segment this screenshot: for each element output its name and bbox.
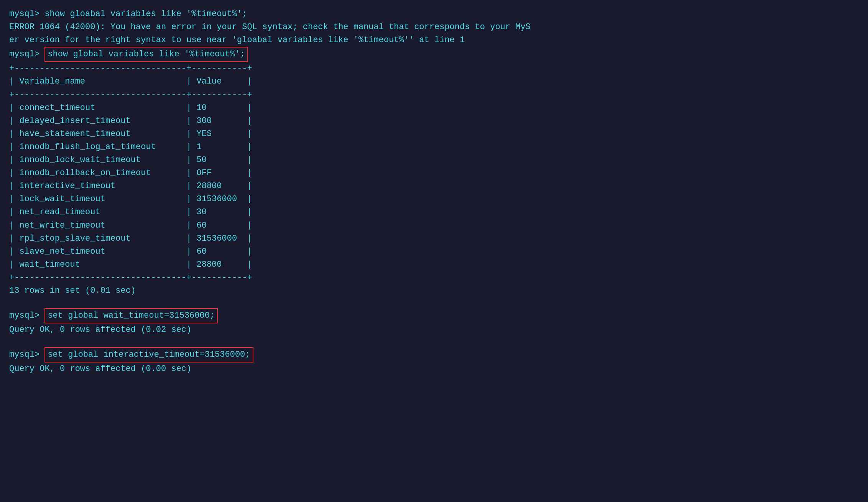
table-sep-3: +----------------------------------+----… <box>9 271 859 284</box>
table-row-rpl: | rpl_stop_slave_timeout | 31536000 | <box>9 232 859 245</box>
table-row-innodb-lock: | innodb_lock_wait_timeout | 50 | <box>9 154 859 167</box>
prompt-3: mysql> <box>9 309 44 322</box>
table-row-connect: | connect_timeout | 10 | <box>9 102 859 115</box>
table-row-net-read: | net_read_timeout | 30 | <box>9 206 859 219</box>
corrected-command-text: show global variables like '%timeout%'; <box>44 47 248 62</box>
table-row-lock-wait: | lock_wait_timeout | 31536000 | <box>9 193 859 206</box>
table-sep-2: +----------------------------------+----… <box>9 89 859 102</box>
prompt-2: mysql> <box>9 48 44 61</box>
table-header: | Variable_name | Value | <box>9 75 859 88</box>
set-wait-timeout-command: set global wait_timeout=31536000; <box>44 308 218 323</box>
spacer-1 <box>9 297 859 308</box>
table-row-innodb-flush: | innodb_flush_log_at_timeout | 1 | <box>9 141 859 154</box>
set-interactive-timeout-command: set global interactive_timeout=31536000; <box>44 347 253 363</box>
table-row-wait: | wait_timeout | 28800 | <box>9 258 859 271</box>
terminal: mysql> show gloabal variables like '%tim… <box>9 8 859 376</box>
row-count-result: 13 rows in set (0.01 sec) <box>9 284 859 297</box>
error-command-text: show gloabal variables like '%timeout%'; <box>44 8 247 21</box>
set-wait-timeout-line: mysql> set global wait_timeout=31536000; <box>9 308 859 323</box>
table-row-innodb-rollback: | innodb_rollback_on_timeout | OFF | <box>9 167 859 180</box>
error-line-2: er version for the right syntax to use n… <box>9 34 859 47</box>
table-row-have: | have_statement_timeout | YES | <box>9 128 859 141</box>
error-command-line: mysql> show gloabal variables like '%tim… <box>9 8 859 21</box>
table-row-interactive: | interactive_timeout | 28800 | <box>9 180 859 193</box>
error-message-1: ERROR 1064 (42000): You have an error in… <box>9 21 531 34</box>
prompt: mysql> <box>9 8 44 21</box>
error-message-2: er version for the right syntax to use n… <box>9 34 465 47</box>
corrected-command-line: mysql> show global variables like '%time… <box>9 47 859 62</box>
error-line-1: ERROR 1064 (42000): You have an error in… <box>9 21 859 34</box>
table-row-slave-net: | slave_net_timeout | 60 | <box>9 245 859 258</box>
table-row-net-write: | net_write_timeout | 60 | <box>9 219 859 232</box>
set-interactive-timeout-line: mysql> set global interactive_timeout=31… <box>9 347 859 363</box>
spacer-2 <box>9 336 859 347</box>
table-sep-1: +----------------------------------+----… <box>9 62 859 75</box>
wait-timeout-result: Query OK, 0 rows affected (0.02 sec) <box>9 323 859 336</box>
interactive-timeout-result: Query OK, 0 rows affected (0.00 sec) <box>9 363 859 376</box>
table-row-delayed: | delayed_insert_timeout | 300 | <box>9 115 859 128</box>
prompt-4: mysql> <box>9 348 44 361</box>
